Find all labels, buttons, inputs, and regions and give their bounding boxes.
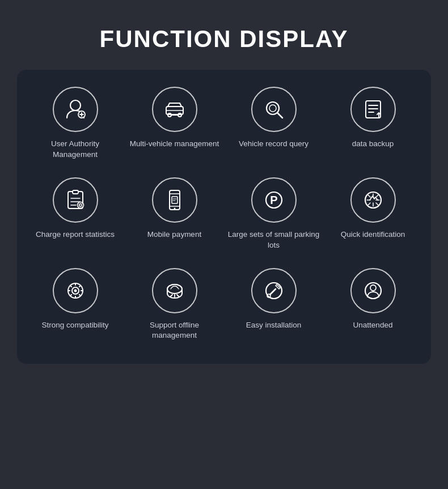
svg-point-40 [370, 285, 376, 291]
charge-report-label: Charge report statistics [36, 229, 115, 240]
page-title: FUNCTION DISPLAY [100, 25, 349, 53]
support-offline-label: Support offline management [128, 320, 221, 342]
svg-point-24 [174, 207, 175, 209]
unattended-label: Unattended [353, 320, 393, 331]
strong-compatibility-icon [53, 268, 98, 313]
large-sets-label: Large sets of small parking lots [227, 229, 320, 251]
features-grid: User Authority Management Multi-vehicle … [28, 87, 420, 341]
support-offline-icon [152, 268, 197, 313]
feature-charge-report: Charge report statistics [28, 177, 122, 251]
multi-vehicle-icon [152, 87, 197, 132]
vehicle-record-icon [251, 87, 297, 132]
feature-easy-installation: Easy installation [227, 268, 320, 342]
easy-installation-label: Easy installation [246, 320, 302, 331]
svg-point-9 [269, 105, 276, 112]
svg-point-0 [70, 100, 81, 110]
mobile-payment-label: Mobile payment [147, 229, 201, 240]
data-backup-icon [350, 87, 396, 132]
quick-identification-label: Quick identification [341, 229, 405, 240]
svg-rect-10 [366, 101, 381, 118]
feature-support-offline: Support offline management [128, 268, 221, 342]
feature-unattended: Unattended [326, 268, 420, 342]
vehicle-record-label: Vehicle record query [239, 139, 308, 150]
large-sets-icon: P [251, 177, 297, 223]
feature-user-authority: User Authority Management [28, 87, 122, 160]
feature-data-backup: data backup [326, 87, 420, 160]
mobile-payment-icon [152, 177, 197, 223]
multi-vehicle-label: Multi-vehicle management [130, 139, 219, 150]
unattended-icon [350, 268, 396, 313]
feature-vehicle-record: Vehicle record query [227, 87, 320, 160]
svg-rect-18 [73, 190, 78, 194]
quick-identification-icon [350, 177, 396, 223]
easy-installation-icon [251, 268, 297, 313]
svg-rect-21 [170, 190, 180, 210]
svg-rect-25 [172, 197, 177, 203]
charge-report-icon [53, 177, 98, 223]
svg-point-20 [79, 204, 82, 206]
svg-text:P: P [270, 194, 277, 206]
svg-line-8 [277, 113, 282, 118]
feature-mobile-payment: Mobile payment [128, 177, 221, 251]
feature-strong-compatibility: Strong compatibility [28, 268, 122, 342]
feature-multi-vehicle: Multi-vehicle management [128, 87, 221, 160]
svg-point-33 [74, 289, 77, 292]
strong-compatibility-label: Strong compatibility [42, 320, 109, 331]
function-display-card: User Authority Management Multi-vehicle … [17, 70, 431, 364]
feature-large-sets: P Large sets of small parking lots [227, 177, 320, 251]
feature-quick-identification: Quick identification [326, 177, 420, 251]
user-authority-label: User Authority Management [28, 139, 122, 160]
svg-line-38 [272, 289, 276, 293]
data-backup-label: data backup [352, 139, 394, 150]
user-authority-icon [53, 87, 98, 132]
